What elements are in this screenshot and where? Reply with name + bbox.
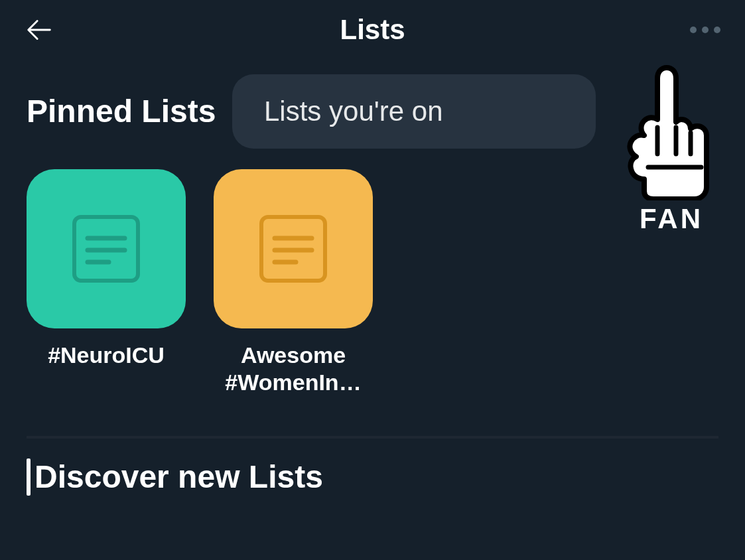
lists-youre-on-menu-item[interactable]: Lists you're on bbox=[232, 74, 596, 149]
section-divider bbox=[27, 436, 718, 439]
arrow-left-icon bbox=[25, 15, 55, 45]
back-button[interactable] bbox=[20, 10, 60, 50]
page-title: Lists bbox=[60, 14, 685, 46]
pointing-hand-icon bbox=[622, 61, 721, 200]
ellipsis-icon bbox=[714, 27, 720, 33]
list-icon bbox=[66, 209, 146, 289]
list-icon bbox=[253, 209, 333, 289]
discover-lists-heading: Discover new Lists bbox=[34, 458, 323, 495]
more-options-button[interactable] bbox=[685, 10, 725, 50]
pinned-list-label: #NeuroICU bbox=[48, 342, 165, 369]
list-thumbnail bbox=[27, 169, 186, 328]
pinned-list-item[interactable]: #NeuroICU bbox=[27, 169, 186, 396]
pinned-list-label: Awesome #WomenIn… bbox=[214, 342, 373, 396]
text-cursor bbox=[27, 458, 31, 496]
pinned-list-item[interactable]: Awesome #WomenIn… bbox=[214, 169, 373, 396]
fan-label: FAN bbox=[640, 203, 703, 235]
pinned-lists-heading: Pinned Lists bbox=[27, 93, 216, 129]
list-thumbnail bbox=[214, 169, 373, 328]
menu-item-label: Lists you're on bbox=[264, 96, 443, 127]
ellipsis-icon bbox=[702, 27, 709, 33]
fan-pointer-overlay: FAN bbox=[615, 61, 728, 235]
ellipsis-icon bbox=[690, 27, 697, 33]
